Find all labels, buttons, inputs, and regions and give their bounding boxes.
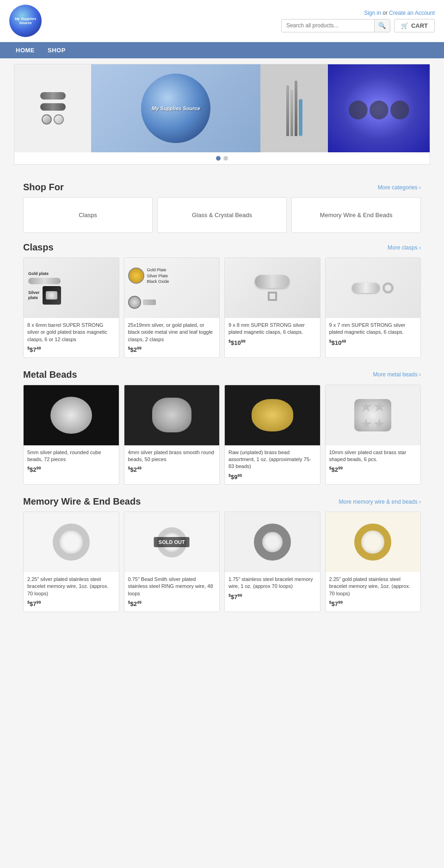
site-logo[interactable]: My Supplies Source	[9, 5, 42, 37]
more-memory-wire-link[interactable]: More memory wire & end beads ›	[339, 499, 421, 505]
clasp-3-image	[225, 258, 320, 318]
clasp-2-visual: Gold PlateSilver PlateBlack Oxide	[124, 258, 220, 318]
clasp-product-1[interactable]: Gold plate Silverplate 8 x 6mm barrel SU…	[23, 257, 119, 358]
wire-2-info: 0.75" Bead Smith silver plated stainless…	[124, 572, 220, 612]
hero-logo-text: My Supplies Source	[147, 101, 205, 116]
category-grid: Clasps Glass & Crystal Beads Memory Wire…	[23, 197, 421, 233]
clasp-1-visual: Gold plate Silverplate	[24, 267, 119, 309]
clasps-section: Clasps More clasps › Gold plate Silverpl…	[23, 242, 421, 358]
metal-bead-4-info: 10mm silver plated cast brass star shape…	[326, 445, 421, 477]
silver-plate-label: Silverplate	[28, 290, 40, 300]
clasp-3-price: $$1099	[228, 339, 316, 346]
needle-visual	[286, 81, 302, 136]
metal-bead-2-name: 4mm silver plated brass smooth round bea…	[128, 449, 216, 463]
slider-dot-1[interactable]	[216, 156, 221, 161]
silver-wire-coil	[53, 524, 90, 561]
memory-wire-3[interactable]: 1.75" stainless steel bracelet memory wi…	[224, 512, 321, 612]
magnetic-clasp	[255, 275, 290, 288]
hero-beads-section: ⬤⬤⬤	[328, 64, 430, 152]
memory-wire-1[interactable]: 2.25" silver plated stainless steel brac…	[23, 512, 119, 612]
clasp-row-3	[42, 114, 64, 125]
metal-bead-4-image: ★★★★	[326, 385, 421, 445]
hero-logo-circle: My Supplies Source	[141, 74, 210, 143]
metal-beads-section: Metal Beads More metal beads › 5mm silve…	[23, 369, 421, 485]
sign-in-link[interactable]: Sign in	[364, 10, 381, 16]
memory-wire-4[interactable]: 2.25" gold plated stainless steel bracel…	[325, 512, 421, 612]
wire-3-info: 1.75" stainless steel bracelet memory wi…	[225, 572, 320, 604]
metal-bead-1-image	[24, 385, 119, 445]
clasp-2-info: 25x19mm silver, or gold plated, or black…	[124, 318, 220, 357]
search-button[interactable]: 🔍	[374, 19, 390, 32]
toggle-labels: Gold PlateSilver PlateBlack Oxide	[147, 267, 169, 285]
clasp-product-2[interactable]: Gold PlateSilver PlateBlack Oxide 25x19m…	[124, 257, 220, 358]
search-input[interactable]	[282, 19, 374, 31]
metal-beads-title: Metal Beads	[23, 369, 77, 380]
metal-bead-2-image	[124, 385, 220, 445]
gold-plate-label: Gold plate	[28, 271, 49, 276]
clasp-3-info: 9 x 8 mm SUPER STRONG silver plated magn…	[225, 318, 320, 350]
logo-text: My Supplies Source	[9, 17, 42, 25]
memory-wire-2[interactable]: SOLD OUT 0.75" Bead Smith silver plated …	[124, 512, 220, 612]
header: My Supplies Source Sign in or Create an …	[0, 0, 444, 42]
metal-bead-4[interactable]: ★★★★ 10mm silver plated cast brass star …	[325, 385, 421, 485]
silver-round-beads-visual	[152, 398, 191, 432]
clasp-product-3[interactable]: 9 x 8 mm SUPER STRONG silver plated magn…	[224, 257, 321, 358]
gold-toggle	[128, 268, 144, 284]
cart-button[interactable]: 🛒 CART	[394, 19, 435, 32]
beads-visual: ⬤⬤⬤	[348, 98, 410, 119]
silver-toggle-row	[128, 296, 156, 309]
hero-logo-section: My Supplies Source	[91, 64, 260, 152]
metal-bead-2[interactable]: 4mm silver plated brass smooth round bea…	[124, 385, 220, 485]
clasp-circle-2	[54, 114, 64, 125]
clasp-product-4[interactable]: 9 x 7 mm SUPER STRONG silver plated magn…	[325, 257, 421, 358]
memory-wire-title: Memory Wire & End Beads	[23, 496, 141, 507]
metal-beads-header: Metal Beads More metal beads ›	[23, 369, 421, 380]
sold-out-badge: SOLD OUT	[154, 537, 190, 547]
more-clasps-link[interactable]: More clasps ›	[388, 244, 421, 251]
metal-bead-1-info: 5mm silver plated, rounded cube beads, 7…	[24, 445, 119, 477]
hero-needles-section	[260, 64, 328, 152]
silver-toggle	[128, 296, 141, 309]
metal-bead-1-name: 5mm silver plated, rounded cube beads, 7…	[27, 449, 115, 463]
clasp-4-price: $$1049	[329, 339, 417, 346]
search-box: 🔍	[281, 19, 390, 32]
gold-wire-coil	[354, 524, 391, 561]
clasp-1-info: 8 x 6mm barrel SUPER STRONG silver or go…	[24, 318, 119, 357]
category-glass-beads[interactable]: Glass & Crystal Beads	[157, 197, 287, 233]
clasps-title: Clasps	[23, 242, 54, 253]
wire-2-image: SOLD OUT	[124, 512, 220, 572]
gold-toggle-row: Gold PlateSilver PlateBlack Oxide	[128, 267, 169, 285]
metal-bead-3-price: $$995	[228, 473, 316, 481]
clasps-grid: Gold plate Silverplate 8 x 6mm barrel SU…	[23, 257, 421, 358]
category-memory-wire[interactable]: Memory Wire & End Beads	[291, 197, 421, 233]
more-categories-link[interactable]: More categories ›	[378, 184, 421, 191]
clasp-inner	[46, 291, 57, 300]
wire-1-price: $$799	[27, 600, 115, 607]
silver-cube-beads-visual	[50, 397, 92, 434]
star-beads-visual: ★★★★	[354, 399, 391, 431]
wire-4-image	[326, 512, 421, 572]
create-account-link[interactable]: Create an Account	[389, 10, 435, 16]
nav-shop[interactable]: SHOP	[41, 42, 72, 58]
wire-4-price: $$799	[329, 600, 417, 607]
search-cart-area: 🔍 🛒 CART	[281, 19, 435, 32]
clasp-4-info: 9 x 7 mm SUPER STRONG silver plated magn…	[326, 318, 421, 350]
or-text: or	[382, 10, 388, 16]
more-metal-beads-link[interactable]: More metal beads ›	[373, 371, 421, 378]
clasp-rings	[268, 292, 277, 301]
nav-home[interactable]: HOME	[9, 42, 41, 58]
wire-3-name: 1.75" stainless steel bracelet memory wi…	[228, 576, 316, 590]
category-clasps[interactable]: Clasps	[23, 197, 153, 233]
clasp-shape-1	[40, 92, 66, 100]
metal-bead-2-price: $$249	[128, 466, 216, 473]
metal-bead-3[interactable]: Raw (unplated) brass bead assortment, 1 …	[224, 385, 321, 485]
clasp-2-image: Gold PlateSilver PlateBlack Oxide	[124, 258, 220, 318]
metal-bead-1[interactable]: 5mm silver plated, rounded cube beads, 7…	[23, 385, 119, 485]
slider-dot-2[interactable]	[223, 156, 228, 161]
wire-1-name: 2.25" silver plated stainless steel brac…	[27, 576, 115, 597]
metal-bead-3-info: Raw (unplated) brass bead assortment, 1 …	[225, 445, 320, 485]
main-nav: HOME SHOP	[0, 42, 444, 58]
clasp-shape-2	[40, 103, 66, 111]
metal-bead-1-price: $$299	[27, 466, 115, 473]
wire-1-image	[24, 512, 119, 572]
